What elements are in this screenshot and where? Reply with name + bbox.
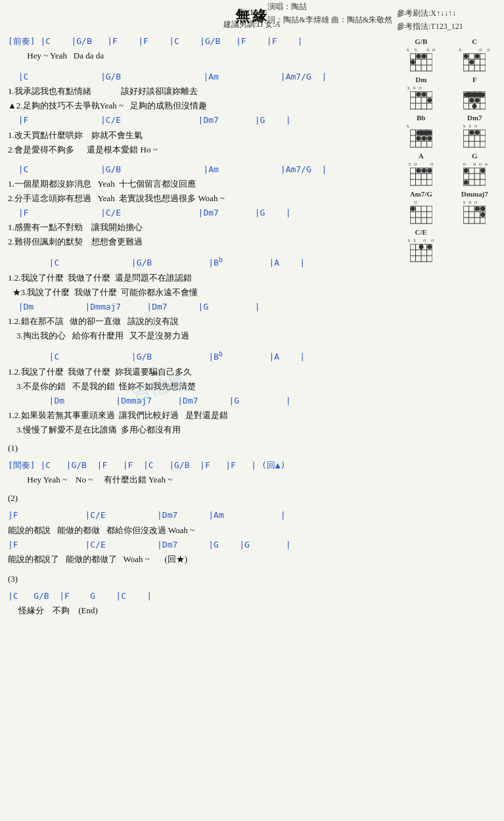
outro-chord: |C G/B |F G |C | bbox=[8, 589, 388, 603]
svg-point-71 bbox=[470, 130, 474, 135]
chord-bb: Bb x bbox=[397, 114, 446, 148]
c1-chord1: |C |G/B |Bb |A | bbox=[8, 254, 388, 270]
right-panel: 參考刷法:X↑↓↓↑↓ 參考指法:T123_121 G/B x x o o bbox=[397, 7, 499, 262]
chord-ce: C/E x x o o bbox=[397, 228, 446, 262]
svg-point-84 bbox=[427, 168, 432, 173]
c2-lyric3: 1.2.如果裝若無其事重頭來過 讓我們比較好過 是對還是錯 bbox=[8, 408, 388, 423]
c2-chord1: |C |G/B |Bb |A | bbox=[8, 348, 388, 364]
section-interlude: [間奏] |C |G/B |F |F |C |G/B |F |F | (回▲) … bbox=[8, 458, 388, 487]
song-title: 無緣 bbox=[235, 7, 269, 26]
chord-dm7: Dm7 x x o bbox=[451, 114, 499, 148]
repeat3-label: (3) bbox=[8, 572, 388, 586]
chord-a: A x o o bbox=[397, 152, 446, 186]
chord-am7g: Am7/G o bbox=[397, 190, 446, 224]
bridge-chord2: |F |C/E |Dm7 |G |G | bbox=[8, 538, 388, 552]
svg-point-117 bbox=[481, 206, 486, 211]
svg-point-10 bbox=[416, 54, 421, 59]
svg-point-22 bbox=[470, 60, 474, 64]
section-outro: |C G/B |F G |C | 怪緣分 不夠 (End) bbox=[8, 589, 388, 618]
section-chorus2: |C |G/B |Bb |A | 1.2.我說了什麼 我做了什麼 妳我還要騙自己… bbox=[8, 348, 388, 437]
svg-point-48 bbox=[472, 104, 477, 108]
svg-rect-58 bbox=[416, 130, 432, 135]
v2-chord2: |F |C/E |Dm7 |G | bbox=[8, 206, 388, 220]
svg-point-94 bbox=[464, 168, 469, 173]
svg-point-46 bbox=[470, 98, 474, 103]
svg-point-118 bbox=[481, 212, 486, 217]
c2-lyric4: 3.慢慢了解愛不是在比誰痛 多用心都沒有用 bbox=[8, 423, 388, 437]
chord-dmmaj7: Dmmaj7 x o o bbox=[451, 190, 499, 224]
v1-lyric2: ▲2.足夠的技巧不去爭執Yeah ~ 足夠的成熟但沒情趣 bbox=[8, 99, 388, 113]
intro-chord: [前奏] |C |G/B |F |F |C |G/B |F |F | bbox=[8, 34, 388, 49]
svg-point-116 bbox=[475, 206, 480, 211]
svg-point-34 bbox=[422, 92, 426, 97]
svg-point-82 bbox=[416, 168, 421, 173]
page: 原KEY:E 建議男調:D 女:A 無緣 演唱：陶喆 詞：陶喆&李煒雄 曲：陶喆… bbox=[0, 0, 504, 821]
section-intro: [前奏] |C |G/B |F |F |C |G/B |F |F | Hey ~… bbox=[8, 34, 388, 63]
repeat2-label: (2) bbox=[8, 491, 388, 505]
main-content: [前奏] |C |G/B |F |F |C |G/B |F |F | Hey ~… bbox=[8, 34, 388, 618]
v1-lyric4: 2.會是愛得不夠多 還是根本愛錯 Ho ~ bbox=[8, 143, 388, 157]
svg-point-60 bbox=[422, 136, 426, 141]
chord-f: F bbox=[451, 76, 499, 110]
bridge-chord1: |F |C/E |Dm7 |Am | bbox=[8, 508, 388, 523]
svg-point-9 bbox=[411, 60, 415, 64]
svg-point-128 bbox=[419, 245, 423, 249]
v2-lyric3: 1.感覺有一點不對勁 讓我開始擔心 bbox=[8, 220, 388, 235]
svg-point-61 bbox=[427, 136, 432, 141]
chord-g: G o o o o bbox=[451, 152, 499, 186]
v2-lyric2: 2.分手這念頭妳有想過 Yeah 老實說我也想過很多 Woah ~ bbox=[8, 191, 388, 206]
strum-pattern: 參考刷法:X↑↓↓↑↓ 參考指法:T123_121 bbox=[397, 7, 499, 34]
svg-point-23 bbox=[475, 54, 480, 59]
chord-dm: Dm x x o bbox=[397, 76, 446, 110]
c1-chord2: |Dm |Dmmaj7 |Dm7 |G | bbox=[8, 300, 388, 314]
v1-lyric1: 1.我承認我也有點情緒 該好好談卻讓妳離去 bbox=[8, 84, 388, 99]
v2-lyric1: 1.一個星期都沒妳消息 Yeah 十七個留言都沒回應 bbox=[8, 177, 388, 191]
interlude-lyric: Hey Yeah ~ No ~ 有什麼出錯 Yeah ~ bbox=[8, 473, 388, 487]
svg-point-59 bbox=[416, 136, 421, 141]
section-repeat3: (3) bbox=[8, 572, 388, 586]
credits: 詞：陶喆&李煒雄 曲：陶喆&朱敬然 bbox=[267, 13, 392, 26]
repeat1-label: (1) bbox=[8, 441, 388, 456]
section-chorus1: |C |G/B |Bb |A | 1.2.我說了什麼 我做了什麼 還是問題不在誰… bbox=[8, 254, 388, 343]
outro-lyric: 怪緣分 不夠 (End) bbox=[8, 603, 388, 618]
c1-lyric4: 3.掏出我的心 給你有什麼用 又不是沒努力過 bbox=[8, 329, 388, 343]
c2-chord2: |Dm |Dmmaj7 |Dm7 |G | bbox=[8, 394, 388, 408]
svg-point-83 bbox=[422, 168, 426, 173]
c1-lyric3: 1.2.錯在那不該 做的卻一直做 該說的沒有說 bbox=[8, 314, 388, 329]
svg-point-129 bbox=[427, 245, 432, 249]
performer-info: 演唱：陶喆 詞：陶喆&李煒雄 曲：陶喆&朱敬然 bbox=[267, 0, 392, 27]
section-bridge: |F |C/E |Dm7 |Am | 能說的都說 能做的都做 都給你但沒改過 W… bbox=[8, 508, 388, 566]
c2-lyric1: 1.2.我說了什麼 我做了什麼 妳我還要騙自己多久 bbox=[8, 365, 388, 379]
svg-point-21 bbox=[464, 54, 469, 59]
svg-point-95 bbox=[481, 168, 486, 173]
c1-lyric2: ★3.我說了什麼 我做了什麼 可能你都永遠不會懂 bbox=[8, 285, 388, 300]
svg-rect-45 bbox=[464, 92, 485, 97]
svg-point-96 bbox=[464, 180, 469, 185]
bridge-lyric2: 能說的都說了 能做的都做了 Woah ~ (回★) bbox=[8, 552, 388, 567]
svg-point-47 bbox=[475, 98, 480, 103]
chord-diagrams: G/B x x o o bbox=[397, 37, 499, 262]
svg-point-33 bbox=[416, 92, 421, 97]
v2-lyric4: 2.難得但諷刺的默契 想想會更難過 bbox=[8, 235, 388, 249]
v1-lyric3: 1.改天買點什麼哄妳 妳就不會生氣 bbox=[8, 128, 388, 143]
chord-gb: G/B x x o o bbox=[397, 37, 446, 72]
section-verse2: |C |G/B |Am |Am7/G | 1.一個星期都沒妳消息 Yeah 十七… bbox=[8, 162, 388, 250]
svg-point-35 bbox=[427, 98, 432, 103]
v1-chord1: |C |G/B |Am |Am7/G | bbox=[8, 70, 388, 84]
svg-point-106 bbox=[411, 206, 415, 211]
bridge-lyric1: 能說的都說 能做的都做 都給你但沒改過 Woah ~ bbox=[8, 523, 388, 538]
interlude-chord: [間奏] |C |G/B |F |F |C |G/B |F |F | (回▲) bbox=[8, 458, 388, 473]
section-repeat1: (1) bbox=[8, 441, 388, 456]
svg-point-11 bbox=[422, 54, 426, 59]
c2-lyric2: 3.不是你的錯 不是我的錯 怪妳不如我先想清楚 bbox=[8, 379, 388, 394]
section-verse1: |C |G/B |Am |Am7/G | 1.我承認我也有點情緒 該好好談卻讓妳… bbox=[8, 70, 388, 157]
c1-lyric1: 1.2.我說了什麼 我做了什麼 還是問題不在誰認錯 bbox=[8, 271, 388, 285]
v2-chord1: |C |G/B |Am |Am7/G | bbox=[8, 162, 388, 177]
intro-lyric: Hey ~ Yeah Da da da bbox=[8, 49, 388, 63]
performer: 演唱：陶喆 bbox=[267, 0, 392, 13]
section-repeat2: (2) bbox=[8, 491, 388, 505]
chord-c: C x o o bbox=[451, 37, 499, 72]
v1-chord2: |F |C/E |Dm7 |G | bbox=[8, 113, 388, 128]
svg-point-72 bbox=[475, 130, 480, 135]
